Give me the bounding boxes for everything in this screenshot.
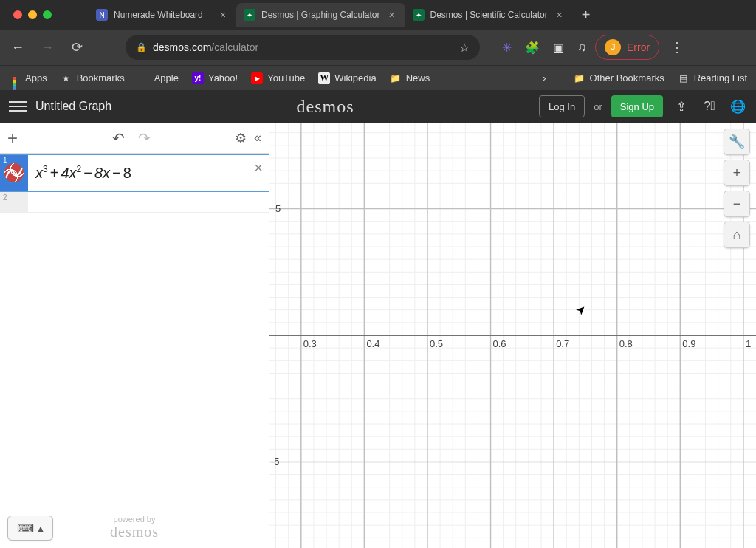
bookmark-label: Other Bookmarks [590,72,664,83]
bookmark-apps[interactable]: Apps [9,72,47,84]
graph-title[interactable]: Untitled Graph [35,100,111,113]
window-controls [6,10,59,19]
apps-icon [9,72,21,84]
tab-strip: N Numerade Whiteboard × ✦ Desmos | Graph… [0,0,756,30]
media-icon[interactable]: ♫ [577,41,586,54]
url-host: desmos.com [153,41,211,53]
reading-list-icon: ▤ [678,72,690,84]
keypad-button[interactable]: ⌨ ▴ [7,516,53,541]
svg-text:0.8: 0.8 [619,338,633,349]
folder-icon: 📁 [390,72,402,84]
close-tab-icon[interactable]: × [554,9,566,21]
close-window-button[interactable] [13,10,22,19]
separator [560,71,560,86]
bookmark-star-icon[interactable]: ☆ [459,41,470,55]
language-icon[interactable]: 🌐 [728,99,747,114]
bookmark-label: Yahoo! [208,72,238,83]
tab-numerade[interactable]: N Numerade Whiteboard × [89,3,236,27]
expression-panel: + ↶ ↷ ⚙ « 1 x3+4x2−8x−8 × [0,123,269,548]
bookmark-label: Bookmarks [77,72,125,83]
powered-by-brand: desmos [110,524,159,541]
forward-button[interactable]: → [37,37,58,58]
svg-text:1: 1 [746,338,751,349]
browser-menu-button[interactable]: ⋮ [668,39,686,55]
avatar: J [605,39,621,55]
undo-button[interactable]: ↶ [112,129,125,147]
other-bookmarks[interactable]: 📁Other Bookmarks [574,72,664,84]
expression-input[interactable]: x3+4x2−8x−8 [28,155,269,191]
settings-icon[interactable]: ⚙ [235,130,247,146]
chevron-right-icon[interactable]: › [543,72,546,83]
minimize-window-button[interactable] [28,10,37,19]
youtube-icon: ▶ [251,72,263,84]
bookmark-news[interactable]: 📁News [390,72,430,84]
tab-desmos-graphing[interactable]: ✦ Desmos | Graphing Calculator × [236,3,405,27]
address-bar[interactable]: 🔒 desmos.com/calculator ☆ [126,35,480,60]
bookmark-label: Reading List [694,72,747,83]
extension-icon[interactable]: ✳ [502,41,512,55]
expression-color-icon[interactable] [4,163,24,182]
profile-status: Error [627,41,650,53]
zoom-in-button[interactable]: + [724,160,750,186]
bookmark-wikipedia[interactable]: WWikipedia [318,72,376,84]
url-text: desmos.com/calculator [153,41,453,53]
browser-toolbar: ← → ⟳ 🔒 desmos.com/calculator ☆ ✳ 🧩 ▣ ♫ … [0,30,756,65]
tab-desmos-scientific[interactable]: ✦ Desmos | Scientific Calculator × [405,3,573,27]
redo-button[interactable]: ↷ [138,129,151,147]
or-text: or [594,101,602,112]
bookmark-label: Apple [154,72,179,83]
wrench-icon[interactable]: 🔧 [724,129,750,155]
home-button[interactable]: ⌂ [724,222,750,248]
delete-expression-icon[interactable]: × [254,160,263,177]
powered-by: powered by desmos [110,515,159,541]
expression-index: 2 [0,192,28,212]
share-icon[interactable]: ⇪ [672,99,691,114]
favicon-numerade: N [96,9,108,21]
svg-text:-5: -5 [271,456,280,467]
tab-label: Numerade Whiteboard [114,10,211,20]
bookmark-apple[interactable]: Apple [138,72,179,84]
collapse-panel-icon[interactable]: « [254,130,261,145]
graph-canvas[interactable]: 0.30.40.50.60.70.80.915-5 [269,123,756,548]
login-button[interactable]: Log In [539,95,585,117]
bookmarks-bar: Apps ★Bookmarks Apple y!Yahoo! ▶YouTube … [0,65,756,90]
tab-label: Desmos | Graphing Calculator [261,10,380,20]
help-icon[interactable]: ?⃝ [700,99,719,114]
zoom-out-button[interactable]: − [724,191,750,217]
bookmark-label: YouTube [267,72,305,83]
svg-text:0.7: 0.7 [556,338,569,349]
svg-text:0.5: 0.5 [430,338,443,349]
index-number: 1 [3,157,7,165]
expression-row-1[interactable]: 1 x3+4x2−8x−8 × [0,154,269,192]
wikipedia-icon: W [318,72,330,84]
expression-index[interactable]: 1 [0,155,28,191]
expression-row-2[interactable]: 2 [0,192,269,213]
extensions-puzzle-icon[interactable]: 🧩 [525,41,540,55]
signup-button[interactable]: Sign Up [611,95,663,117]
bookmark-label: News [406,72,430,83]
back-button[interactable]: ← [7,37,28,58]
svg-text:0.6: 0.6 [493,338,506,349]
bookmark-yahoo[interactable]: y!Yahoo! [192,72,238,84]
url-path: /calculator [211,41,258,53]
close-tab-icon[interactable]: × [386,9,398,21]
close-tab-icon[interactable]: × [217,9,229,21]
cast-icon[interactable]: ▣ [553,41,564,55]
bookmark-label: Wikipedia [334,72,376,83]
bookmark-bookmarks[interactable]: ★Bookmarks [61,72,125,84]
bookmark-youtube[interactable]: ▶YouTube [251,72,305,84]
panel-footer: ⌨ ▴ powered by desmos [7,515,261,541]
reading-list[interactable]: ▤Reading List [678,72,747,84]
maximize-window-button[interactable] [43,10,52,19]
add-expression-button[interactable]: + [7,128,28,148]
svg-text:5: 5 [275,203,281,214]
favicon-desmos: ✦ [413,9,425,21]
powered-by-label: powered by [110,515,159,524]
profile-button[interactable]: J Error [595,35,659,60]
reload-button[interactable]: ⟳ [66,37,87,58]
menu-button[interactable] [9,97,27,115]
graph-area[interactable]: 0.30.40.50.60.70.80.915-5 🔧 + − ⌂ ➤ [269,123,756,548]
new-tab-button[interactable]: + [573,7,599,24]
bookmark-label: Apps [25,72,47,83]
desmos-logo: desmos [120,97,530,117]
